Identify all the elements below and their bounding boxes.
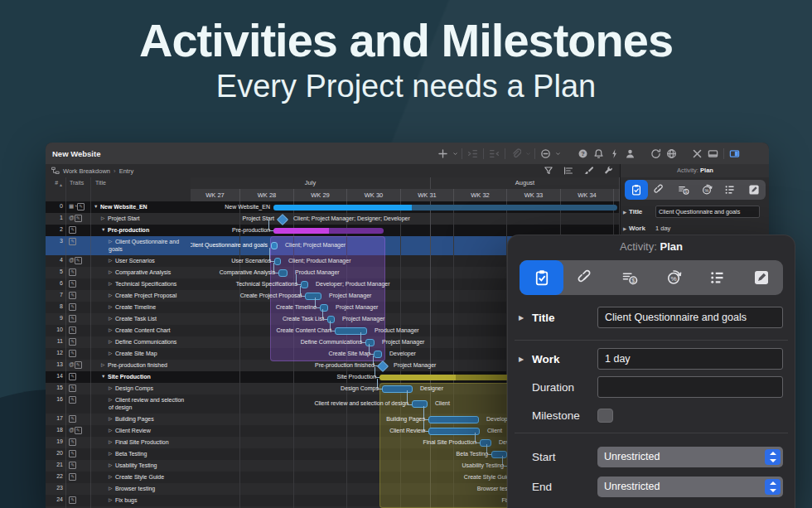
disclosure-icon[interactable]: ▶ bbox=[621, 226, 629, 231]
table-row[interactable]: 21✎▷Usability Testing bbox=[46, 460, 191, 472]
table-row[interactable]: 3✎▷Client Questionnaire and goals bbox=[46, 236, 191, 255]
pencil-icon[interactable]: ✎ bbox=[69, 327, 76, 334]
attach-icon[interactable] bbox=[508, 146, 524, 161]
user-icon[interactable] bbox=[622, 146, 638, 161]
pencil-icon[interactable]: ✎ bbox=[69, 385, 76, 392]
pencil-icon[interactable]: ✎ bbox=[75, 427, 82, 434]
inspector-tab-fields[interactable] bbox=[718, 180, 742, 200]
expand-icon[interactable]: ▷ bbox=[109, 327, 115, 333]
expand-icon[interactable]: ▷ bbox=[109, 350, 115, 356]
table-row[interactable]: 14✎▼Site Production bbox=[46, 371, 191, 383]
expand-icon[interactable]: ▷ bbox=[109, 485, 115, 491]
table-row[interactable]: 15✎▷Design Comps bbox=[46, 383, 191, 394]
expand-icon[interactable]: ▷ bbox=[109, 450, 115, 457]
at-icon[interactable]: @ bbox=[69, 257, 75, 263]
table-row[interactable]: 22✎▷Create Style Guide bbox=[46, 472, 191, 483]
table-row[interactable]: 20✎▷Beta Testing bbox=[46, 448, 191, 460]
pencil-icon[interactable]: ✎ bbox=[69, 438, 76, 446]
brush-icon[interactable] bbox=[583, 166, 593, 176]
collapse-icon[interactable]: ▼ bbox=[101, 373, 108, 380]
wrench-icon[interactable] bbox=[603, 166, 613, 176]
collapse-icon[interactable]: ▼ bbox=[94, 203, 100, 210]
task-bar[interactable] bbox=[428, 428, 480, 435]
table-row[interactable]: 2✎▼Pre-production bbox=[46, 225, 191, 236]
pencil-icon[interactable]: ✎ bbox=[69, 473, 76, 481]
pencil-icon[interactable]: ✎ bbox=[69, 415, 76, 423]
expand-icon[interactable]: ▷ bbox=[109, 269, 115, 275]
table-row[interactable]: 19✎▷Final Site Production bbox=[46, 437, 191, 448]
breadcrumb-root[interactable]: Work Breakdown bbox=[63, 167, 110, 175]
disclosure-icon[interactable]: ▶ bbox=[621, 210, 629, 215]
work-input[interactable]: 1 day bbox=[597, 348, 783, 370]
pencil-icon[interactable]: ✎ bbox=[69, 280, 76, 288]
pencil-icon[interactable]: ✎ bbox=[69, 338, 76, 346]
inspector-tab-link[interactable] bbox=[563, 260, 607, 295]
pencil-icon[interactable]: ✎ bbox=[69, 396, 76, 404]
tools-icon[interactable] bbox=[689, 146, 705, 161]
inspector-title-field[interactable]: Client Questionnaire and goals bbox=[655, 206, 760, 218]
milestone-checkbox[interactable] bbox=[597, 409, 613, 423]
column-traits[interactable]: Traits bbox=[66, 177, 91, 201]
column-title[interactable]: Title bbox=[91, 177, 191, 201]
table-row[interactable]: 7✎▷Create Project Proposal bbox=[46, 290, 191, 302]
expand-icon[interactable]: ▷ bbox=[109, 462, 115, 468]
inspector-tab-clipboard[interactable] bbox=[520, 260, 563, 295]
expand-icon[interactable]: ▷ bbox=[109, 473, 115, 480]
inspector-tab-link[interactable] bbox=[648, 180, 671, 200]
table-row[interactable]: 5✎▷Comparative Analysis bbox=[46, 267, 191, 278]
summary-bar[interactable] bbox=[273, 205, 617, 210]
task-bar[interactable] bbox=[428, 416, 479, 423]
expand-icon[interactable]: ▷ bbox=[109, 415, 115, 422]
table-row[interactable]: 18@✎▷Client Review bbox=[46, 425, 191, 437]
end-select[interactable]: Unrestricted bbox=[597, 477, 783, 497]
inspector-tab-budget[interactable]: $ bbox=[672, 180, 695, 200]
outline-icon[interactable] bbox=[563, 166, 573, 176]
pencil-icon[interactable]: ✎ bbox=[69, 303, 76, 311]
flash-icon[interactable] bbox=[607, 146, 622, 161]
filter-icon[interactable] bbox=[544, 166, 553, 176]
pencil-icon[interactable]: ✎ bbox=[69, 226, 76, 234]
table-row[interactable]: 12✎▷Create Site Map bbox=[46, 348, 191, 360]
table-row[interactable]: 9✎▷Create Task List bbox=[46, 313, 191, 325]
group-remove-icon[interactable] bbox=[538, 146, 553, 161]
pencil-icon[interactable]: ✎ bbox=[77, 203, 85, 210]
at-icon[interactable]: @ bbox=[69, 215, 75, 220]
stepper-icon[interactable] bbox=[765, 479, 781, 495]
collapse-icon[interactable]: ▼ bbox=[101, 226, 108, 233]
duration-input[interactable] bbox=[597, 376, 783, 398]
inspector-work-value[interactable]: 1 day bbox=[655, 225, 670, 232]
disclosure-icon[interactable]: ▶ bbox=[508, 356, 532, 363]
table-row[interactable]: 24✎▷Fix bugs bbox=[46, 495, 191, 506]
bottombar-icon[interactable] bbox=[705, 146, 721, 161]
pencil-icon[interactable]: ✎ bbox=[75, 361, 82, 369]
pencil-icon[interactable]: ✎ bbox=[69, 462, 76, 469]
outdent-icon[interactable] bbox=[486, 146, 502, 161]
expand-icon[interactable]: ▷ bbox=[109, 303, 115, 310]
inspector-tab-time[interactable]: % bbox=[651, 260, 695, 295]
notifications-icon[interactable] bbox=[591, 146, 607, 161]
disclosure-icon[interactable]: ▶ bbox=[508, 314, 532, 322]
at-icon[interactable]: @ bbox=[69, 361, 75, 367]
inspector-tab-budget[interactable]: $ bbox=[607, 260, 651, 295]
expand-icon[interactable]: ▷ bbox=[109, 396, 115, 403]
expand-icon[interactable]: ▷ bbox=[109, 292, 115, 298]
expand-icon[interactable]: ▷ bbox=[109, 338, 115, 345]
chevron-down-icon[interactable] bbox=[553, 146, 562, 161]
table-row[interactable]: 16✎▷Client review and selection of desig… bbox=[46, 394, 191, 414]
breadcrumb-leaf[interactable]: Entry bbox=[119, 167, 134, 175]
pencil-icon[interactable]: ✎ bbox=[75, 257, 82, 264]
table-row[interactable]: 6✎▷Technical Specifications bbox=[46, 278, 191, 290]
expand-icon[interactable]: ▷ bbox=[109, 238, 115, 244]
table-row[interactable]: 4@✎▷User Scenarios bbox=[46, 255, 191, 267]
expand-icon[interactable]: ▷ bbox=[109, 427, 115, 433]
breadcrumb[interactable]: Work Breakdown › Entry bbox=[63, 167, 133, 175]
indent-icon[interactable] bbox=[465, 146, 481, 161]
expand-icon[interactable]: ▷ bbox=[109, 496, 115, 503]
start-select[interactable]: Unrestricted bbox=[597, 447, 783, 467]
table-row[interactable]: 17✎▷Building Pages bbox=[46, 414, 191, 425]
expand-icon[interactable]: ▷ bbox=[109, 315, 115, 322]
pencil-icon[interactable]: ✎ bbox=[69, 238, 76, 245]
table-row[interactable]: 23▷Browser testing bbox=[46, 483, 191, 495]
inspector-tab-time[interactable]: % bbox=[695, 180, 718, 200]
at-icon[interactable]: @ bbox=[69, 427, 75, 433]
